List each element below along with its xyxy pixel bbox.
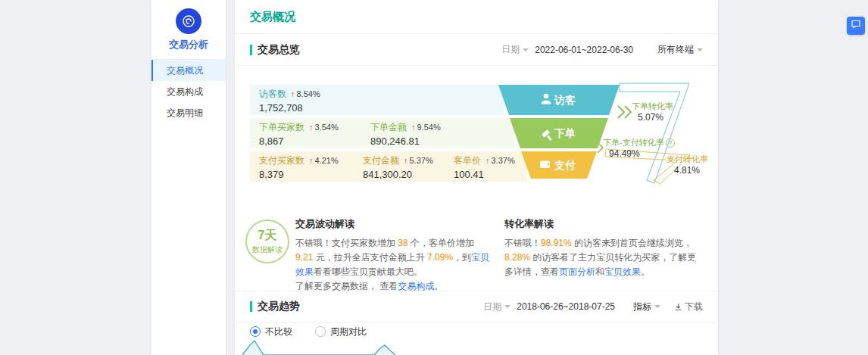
chevron-down-icon [654,305,660,308]
metric-row-visitor: 访客数8.54% 1,752,708 [250,85,504,115]
seven-day-insight-badge: 7天 数据解读 [245,220,289,263]
metric-row-order: 下单买家数3.54% 8,867 下单金额9.54% 890,246.81 [250,118,515,148]
metric-pay-buyers: 支付买家数4.21% 8,379 [250,153,354,180]
overview-section-title: 交易总览 [250,43,300,57]
up-arrow-icon [291,89,295,98]
trend-section-header: 交易趋势 日期 2018-06-26~2018-07-25 指标 下载 [235,291,718,322]
radio-no-compare[interactable]: 不比较 [250,325,292,338]
sidebar-item-trade-overview[interactable]: 交易概况 [151,60,226,81]
trend-date-range[interactable]: 2018-06-26~2018-07-25 [517,301,615,312]
pay-conversion-rate-label: 支付转化率 [667,154,708,165]
highlight-number: 98.91% [541,238,572,248]
order-pay-conversion-rate-value: 94.49% [609,148,640,159]
highlight-number: 38 [398,238,407,248]
sidebar-item-trade-detail[interactable]: 交易明细 [151,102,226,123]
trade-fluctuation-insight: 交易波动解读 不错哦！支付买家数增加 38 个，客单价增加 9.21 元，拉升全… [295,217,494,294]
wallet-icon [540,161,550,169]
help-icon[interactable]: ? [666,139,675,148]
conversion-rate-insight: 转化率解读 不错哦！98.91% 的访客来到首页会继续浏览，8.28% 的访客看… [504,217,700,279]
metric-pay-amount: 支付金额5.37% 841,300.20 [354,153,445,180]
up-arrow-icon [309,123,314,132]
chevron-down-icon [523,48,529,51]
chat-button[interactable] [847,17,865,35]
trend-date-dropdown[interactable]: 日期 [483,301,510,313]
download-button[interactable]: 下载 [674,301,703,313]
up-arrow-icon [404,156,408,165]
up-arrow-icon [411,123,416,132]
trend-line-chart [235,339,718,355]
sidebar-header: 交易分析 [151,8,226,60]
metric-visitor-count: 访客数8.54% 1,752,708 [250,86,320,114]
pay-conversion-rate-value: 4.81% [674,165,700,176]
svg-text:访客: 访客 [554,94,576,106]
order-conversion-rate-label: 下单转化率 [632,101,673,112]
trend-section-title: 交易趋势 [250,300,300,313]
main-panel: 交易概况 交易总览 日期 2022-06-01~2022-06-30 所有终端 … [235,0,718,355]
transaction-analysis-page: 交易分析 交易概况 交易构成 交易明细 交易概况 交易总览 日期 2022-06… [0,0,868,355]
overview-date-dropdown[interactable]: 日期 [501,43,529,56]
terminal-dropdown[interactable]: 所有终端 [657,43,703,56]
metric-dropdown[interactable]: 指标 [633,301,660,313]
chat-bubble-icon [851,19,861,33]
page-title: 交易概况 [250,10,295,24]
chevron-down-icon [697,48,703,51]
radio-unselected-icon [315,326,326,337]
app-logo-icon [176,8,201,34]
svg-text:支付: 支付 [554,159,576,171]
radio-selected-icon [250,326,261,337]
chevron-down-icon [504,305,510,308]
highlight-number: 9.21 [295,252,313,263]
sidebar: 交易分析 交易概况 交易构成 交易明细 [151,0,226,355]
page-header: 交易概况 [235,0,718,34]
up-arrow-icon [309,156,314,165]
page-analysis-link[interactable]: 页面分析 [559,266,595,277]
overview-section-header: 交易总览 日期 2022-06-01~2022-06-30 所有终端 [235,34,718,66]
svg-text:下单: 下单 [554,127,576,139]
funnel-stage-visitor[interactable]: 访客 [498,85,620,115]
order-conversion-rate-value: 5.07% [638,112,663,123]
highlight-number: 8.28% [504,252,530,263]
metric-row-pay: 支付买家数4.21% 8,379 支付金额5.37% 841,300.20 客单… [250,151,527,182]
order-pay-conversion-rate-label: 下单-支付转化率? [603,137,675,148]
metric-order-buyers: 下单买家数3.54% 8,867 [250,120,361,147]
sidebar-title: 交易分析 [151,38,226,51]
up-arrow-icon [486,156,490,165]
chevron-right-icon [625,106,631,118]
chevron-right-icon [618,106,624,118]
radio-period-compare[interactable]: 周期对比 [315,325,367,338]
overview-date-range[interactable]: 2022-06-01~2022-06-30 [535,45,633,55]
metric-order-amount: 下单金额9.54% 890,246.81 [361,120,441,147]
item-effect-link[interactable]: 宝贝效果 [604,266,641,277]
funnel-stage-order[interactable]: 下单 [510,118,608,148]
download-icon [674,303,682,311]
sidebar-item-trade-composition[interactable]: 交易构成 [151,81,226,102]
trade-composition-link[interactable]: 交易构成 [398,281,434,291]
funnel-stage-pay[interactable]: 支付 [521,151,597,179]
highlight-number: 7.09% [427,252,453,263]
